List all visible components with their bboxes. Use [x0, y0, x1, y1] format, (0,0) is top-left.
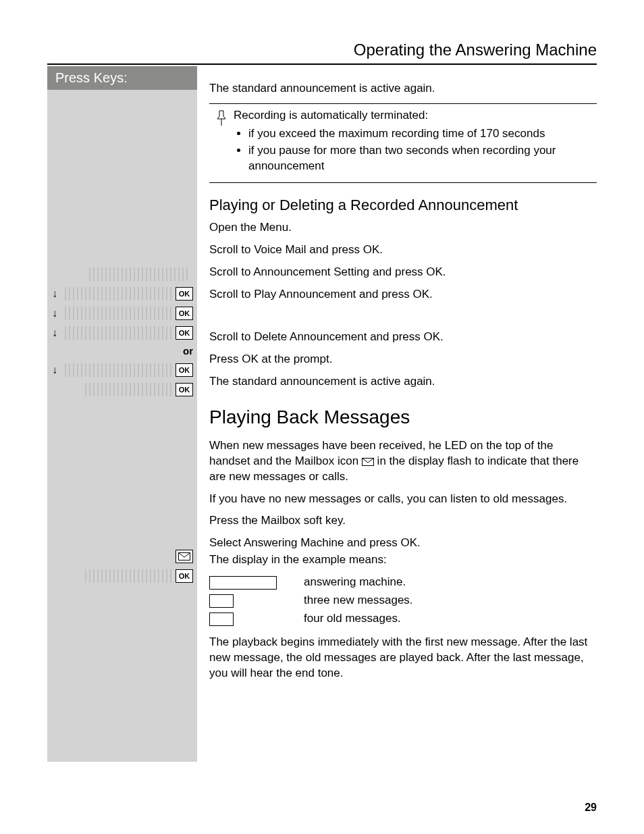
down-arrow-icon: ↓ — [47, 287, 62, 301]
playback-p1: When new messages have been received, he… — [209, 438, 597, 485]
page-number: 29 — [585, 802, 597, 814]
step-announcement-setting: Scroll to Announcement Setting and press… — [209, 265, 597, 280]
legend-text-2: three new messages. — [304, 593, 413, 608]
step-active-again: The standard announcement is active agai… — [209, 374, 597, 390]
delete-announcement-field — [65, 363, 173, 377]
down-arrow-icon: ↓ — [47, 326, 62, 340]
key-row-voicemail: ↓ OK — [47, 284, 197, 303]
key-row-answering-machine: OK — [47, 566, 197, 585]
ok-key: OK — [176, 287, 193, 301]
sidebar-title: Press Keys: — [47, 66, 197, 90]
playback-p4b: The display in the example means: — [209, 552, 597, 568]
play-announcement-field — [65, 326, 173, 340]
sidebar: Press Keys: ↓ OK ↓ OK ↓ — [47, 66, 197, 762]
note-lead: Recording is automatically terminated: — [234, 108, 597, 124]
legend-text-1: answering machine. — [304, 575, 406, 590]
voicemail-field — [65, 287, 173, 301]
playback-p5: The playback begins immediately with the… — [209, 635, 597, 681]
content-column: The standard announcement is active agai… — [197, 66, 597, 762]
page-header: Operating the Answering Machine — [47, 41, 597, 59]
step-play-announcement: Scroll to Play Announcement and press OK… — [209, 287, 597, 303]
or-label: or — [47, 342, 197, 360]
legend-row-3: four old messages. — [209, 611, 597, 627]
legend-text-3: four old messages. — [304, 611, 401, 627]
playback-p2: If you have no new messages or calls, yo… — [209, 492, 597, 507]
mailbox-icon — [176, 550, 193, 563]
heading-playing-back: Playing Back Messages — [209, 405, 597, 430]
header-rule — [47, 63, 597, 65]
subheading-play-delete: Playing or Deleting a Recorded Announcem… — [209, 195, 597, 215]
step-prompt-ok: Press OK at the prompt. — [209, 352, 597, 367]
key-row-prompt-ok: OK — [47, 380, 197, 399]
down-arrow-icon: ↓ — [47, 307, 62, 320]
key-row-delete-announcement: ↓ OK — [47, 360, 197, 380]
down-arrow-icon: ↓ — [47, 363, 62, 377]
ok-key: OK — [176, 326, 193, 340]
playback-p3: Press the Mailbox soft key. — [209, 513, 597, 529]
note-bullet-1: if you exceed the maximum recording time… — [248, 126, 597, 142]
key-row-menu — [47, 264, 197, 284]
ok-key: OK — [176, 569, 193, 583]
legend-row-1: answering machine. — [209, 575, 597, 590]
note-box: Recording is automatically terminated: i… — [209, 103, 597, 183]
intro-text: The standard announcement is active agai… — [209, 81, 597, 97]
legend-box-new — [209, 594, 234, 608]
step-delete-announcement: Scroll to Delete Announcement and press … — [209, 330, 597, 345]
mailbox-icon — [362, 458, 374, 466]
step-open-menu: Open the Menu. — [209, 220, 597, 236]
legend-box-old — [209, 613, 234, 626]
step-voicemail: Scroll to Voice Mail and press OK. — [209, 242, 597, 258]
answering-machine-field — [85, 569, 173, 583]
ok-key: OK — [176, 307, 193, 320]
menu-field — [89, 267, 190, 281]
ok-key: OK — [176, 363, 193, 377]
prompt-field — [85, 383, 173, 396]
key-row-announcement-setting: ↓ OK — [47, 303, 197, 323]
playback-p4a: Select Answering Machine and press OK. — [209, 536, 597, 551]
legend-box-answering-machine — [209, 576, 277, 590]
legend-row-2: three new messages. — [209, 593, 597, 608]
key-row-mailbox — [47, 546, 197, 566]
note-bullet-2: if you pause for more than two seconds w… — [248, 143, 597, 174]
spacer — [209, 309, 597, 323]
key-row-play-announcement: ↓ OK — [47, 323, 197, 342]
pin-icon — [209, 108, 234, 176]
announcement-setting-field — [65, 307, 173, 320]
ok-key: OK — [176, 383, 193, 396]
